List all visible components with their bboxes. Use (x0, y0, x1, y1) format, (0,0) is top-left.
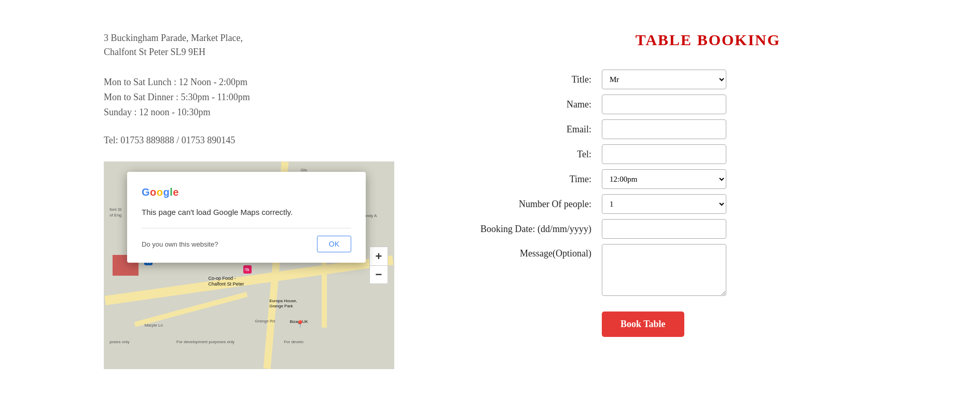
map-zoom-controls: + − (369, 247, 388, 284)
left-panel: 3 Buckingham Parade, Market Place, Chalf… (0, 16, 425, 404)
time-label: Time: (467, 169, 602, 189)
date-row: Booking Date: (dd/mm/yyyy) (467, 219, 949, 239)
people-label: Number Of people: (467, 194, 602, 214)
tel-text: Tel: 01753 889888 / 01753 890145 (104, 135, 405, 146)
map-label-europa: Europa House,Grange Park (269, 299, 297, 308)
map-ok-button[interactable]: OK (317, 236, 351, 252)
people-cell: 1 2 3 4 5 6 7 8 9 10 (602, 194, 949, 214)
hours-line2: Mon to Sat Dinner : 5:30pm - 11:00pm (104, 90, 405, 105)
google-logo: Google (142, 186, 351, 198)
people-row: Number Of people: 1 2 3 4 5 6 7 8 9 10 (467, 194, 949, 214)
map-label-dev: For development purposes only (176, 340, 234, 344)
map-label-dev2: For develo (284, 340, 303, 344)
hours-line3: Sunday : 12 noon - 10:30pm (104, 105, 405, 120)
time-cell: 12:00pm 12:30pm 1:00pm 1:30pm 2:00pm 5:3… (602, 169, 949, 189)
name-row: Name: (467, 94, 949, 114)
map-zoom-out-button[interactable]: − (369, 265, 388, 284)
hours-line1: Mon to Sat Lunch : 12 Noon - 2:00pm (104, 75, 405, 90)
map-zoom-in-button[interactable]: + (369, 247, 388, 265)
message-textarea[interactable] (602, 244, 726, 296)
tel-block: Tel: 01753 889888 / 01753 890145 (104, 135, 405, 146)
map-label-purposes: poses only (109, 340, 129, 344)
people-select[interactable]: 1 2 3 4 5 6 7 8 9 10 (602, 194, 726, 214)
tel-cell (602, 144, 949, 164)
map-label-font: font Stof Eng (109, 207, 121, 218)
email-row: Email: (467, 119, 949, 139)
title-cell: Mr Mrs Miss Ms Dr (602, 70, 949, 89)
address-line2: Chalfont St Peter SL9 9EH (104, 45, 405, 59)
time-select[interactable]: 12:00pm 12:30pm 1:00pm 1:30pm 2:00pm 5:3… (602, 169, 726, 189)
right-panel: TABLE BOOKING Title: Mr Mrs Miss Ms Dr N… (425, 16, 980, 404)
booking-form: Title: Mr Mrs Miss Ms Dr Name: (467, 64, 949, 342)
map-error-dialog: Google This page can't load Google Maps … (127, 172, 366, 263)
tel-input[interactable] (602, 144, 726, 164)
map-container: H 🛍 Glo font Stof Eng Sandy A Co-op Food… (104, 161, 394, 369)
time-row: Time: 12:00pm 12:30pm 1:00pm 1:30pm 2:00… (467, 169, 949, 189)
submit-row: Book Table (467, 303, 949, 337)
book-table-button[interactable]: Book Table (602, 311, 684, 337)
name-cell (602, 94, 949, 114)
name-input[interactable] (602, 94, 726, 114)
map-label-marple: Marple Ln (144, 323, 163, 328)
map-pin-icon2 (296, 319, 303, 327)
title-label: Title: (467, 70, 602, 89)
email-label: Email: (467, 119, 602, 139)
address-block: 3 Buckingham Parade, Market Place, Chalf… (104, 31, 405, 59)
map-error-message: This page can't load Google Maps correct… (142, 207, 351, 218)
map-label-grange: Grange Rd (255, 319, 275, 323)
map-dialog-question: Do you own this website? (142, 240, 218, 248)
title-select[interactable]: Mr Mrs Miss Ms Dr (602, 70, 726, 89)
date-input[interactable] (602, 219, 726, 239)
message-cell (602, 244, 949, 298)
map-dialog-footer: Do you own this website? OK (142, 228, 351, 252)
hours-block: Mon to Sat Lunch : 12 Noon - 2:00pm Mon … (104, 75, 405, 119)
date-label: Booking Date: (dd/mm/yyyy) (467, 219, 602, 239)
map-label-coop: Co-op Food -Chalfont St Peter (209, 276, 244, 287)
message-row: Message(Optional) (467, 244, 949, 298)
address-line1: 3 Buckingham Parade, Market Place, (104, 31, 405, 45)
tel-label: Tel: (467, 144, 602, 164)
date-cell (602, 219, 949, 239)
shop-icon: 🛍 (243, 265, 252, 274)
name-label: Name: (467, 94, 602, 114)
title-row: Title: Mr Mrs Miss Ms Dr (467, 70, 949, 89)
email-cell (602, 119, 949, 139)
submit-cell: Book Table (602, 303, 949, 337)
message-label: Message(Optional) (467, 244, 602, 298)
email-input[interactable] (602, 119, 726, 139)
submit-spacer (467, 303, 602, 337)
page-title: TABLE BOOKING (467, 31, 949, 49)
tel-row: Tel: (467, 144, 949, 164)
